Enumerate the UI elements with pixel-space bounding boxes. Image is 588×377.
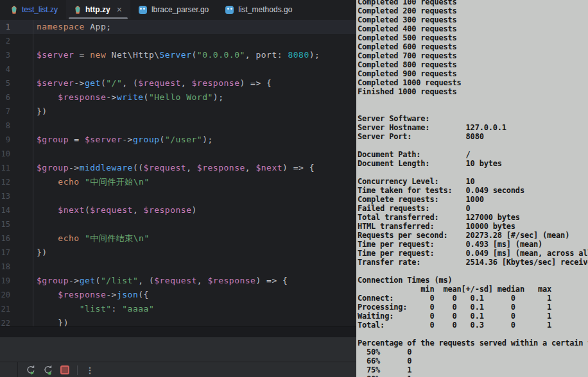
code-line[interactable]: 17}) xyxy=(0,246,356,260)
line-number: 7 xyxy=(0,105,33,119)
code-line[interactable]: 14 $next($request, $response) xyxy=(0,203,356,217)
zy-file-icon xyxy=(11,6,17,14)
tab-list_methods.go[interactable]: list_methods.go xyxy=(217,0,300,19)
code-text: $group->get("/list", ($request, $respons… xyxy=(33,274,288,288)
run-toolbar: ⋮ xyxy=(0,362,356,377)
code-line[interactable]: 13 xyxy=(0,189,356,203)
code-line[interactable]: 5$server->get("/", ($request, $response)… xyxy=(0,76,356,90)
line-number: 13 xyxy=(0,189,33,203)
code-line[interactable]: 4 xyxy=(0,62,356,76)
rerun-attach-icon[interactable] xyxy=(42,365,53,375)
line-number: 15 xyxy=(0,217,33,231)
code-line[interactable]: 2 xyxy=(0,34,356,48)
tab-test_list.zy[interactable]: test_list.zy xyxy=(3,0,66,19)
code-text: $response->json({ xyxy=(33,288,149,302)
code-line[interactable]: 1namespace App; xyxy=(0,20,356,34)
code-line[interactable]: 22 }) xyxy=(0,316,356,326)
code-line[interactable]: 16 echo "中间件结束\n" xyxy=(0,231,356,246)
tab-label: lbrace_parser.go xyxy=(151,5,209,14)
line-number: 3 xyxy=(0,48,33,62)
code-text xyxy=(33,119,37,133)
code-line[interactable]: 7}) xyxy=(0,105,356,119)
tool-window-left-strip xyxy=(0,362,18,377)
line-number: 8 xyxy=(0,119,33,133)
line-number: 9 xyxy=(0,133,33,147)
zy-file-icon xyxy=(74,6,81,14)
rerun-icon[interactable] xyxy=(25,365,35,375)
line-number: 12 xyxy=(0,175,33,189)
code-text: $server = new Net\Http\Server("0.0.0.0",… xyxy=(33,48,320,62)
line-number: 14 xyxy=(0,203,33,217)
line-number: 10 xyxy=(0,147,33,161)
code-text: namespace App; xyxy=(33,20,112,34)
toolbar-separator xyxy=(77,365,78,375)
code-text: echo "中间件开始\n" xyxy=(33,175,150,189)
line-number: 6 xyxy=(0,90,33,105)
code-text xyxy=(33,260,37,274)
code-line[interactable]: 3$server = new Net\Http\Server("0.0.0.0"… xyxy=(0,48,356,62)
code-line[interactable]: 11$group->middleware(($request, $respons… xyxy=(0,161,356,175)
line-number: 17 xyxy=(0,246,33,260)
code-text xyxy=(33,147,37,161)
editor-bottom-strip xyxy=(0,326,356,337)
code-text xyxy=(33,62,37,76)
terminal-window[interactable]: Completed 100 requests Completed 200 req… xyxy=(356,0,588,377)
run-tool-window-header xyxy=(0,337,356,362)
code-text: }) xyxy=(33,246,48,260)
code-text xyxy=(33,217,37,231)
code-line[interactable]: 15 xyxy=(0,217,356,231)
line-number: 19 xyxy=(0,274,33,288)
code-line[interactable]: 12 echo "中间件开始\n" xyxy=(0,175,356,189)
line-number: 4 xyxy=(0,62,33,76)
go-file-icon xyxy=(225,6,234,14)
line-number: 16 xyxy=(0,231,33,246)
code-text: }) xyxy=(33,316,69,326)
code-text xyxy=(33,189,37,203)
go-file-icon xyxy=(139,6,147,14)
tab-label: list_methods.go xyxy=(238,5,292,14)
tab-http.zy[interactable]: http.zy× xyxy=(66,0,130,19)
line-number: 20 xyxy=(0,288,33,302)
close-tab-icon[interactable]: × xyxy=(117,5,122,14)
code-line[interactable]: 21 "list": "aaaa" xyxy=(0,302,356,316)
code-text: "list": "aaaa" xyxy=(33,302,154,316)
line-number: 11 xyxy=(0,161,33,175)
line-number: 22 xyxy=(0,316,33,326)
line-number: 5 xyxy=(0,76,33,90)
more-options-icon[interactable]: ⋮ xyxy=(85,365,95,375)
line-number: 18 xyxy=(0,260,33,274)
tab-label: test_list.zy xyxy=(22,5,58,14)
tab-label: http.zy xyxy=(85,5,110,14)
terminal-output: Completed 100 requests Completed 200 req… xyxy=(356,0,588,377)
code-line[interactable]: 8 xyxy=(0,119,356,133)
code-line[interactable]: 18 xyxy=(0,260,356,274)
ide-window: test_list.zyhttp.zy×lbrace_parser.golist… xyxy=(0,0,356,377)
code-text xyxy=(33,34,37,48)
line-number: 21 xyxy=(0,302,33,316)
code-line[interactable]: 6 $response->write("Hello Word"); xyxy=(0,90,356,105)
line-number: 1 xyxy=(0,20,33,34)
code-text: $server->get("/", ($request, $response) … xyxy=(33,76,272,90)
code-text: $group = $server->group("/user"); xyxy=(33,133,213,147)
line-number: 2 xyxy=(0,34,33,48)
code-line[interactable]: 20 $response->json({ xyxy=(0,288,356,302)
code-text: echo "中间件结束\n" xyxy=(33,231,150,246)
stop-icon[interactable] xyxy=(60,365,70,375)
code-line[interactable]: 9$group = $server->group("/user"); xyxy=(0,133,356,147)
code-text: $next($request, $response) xyxy=(33,203,197,217)
code-text: $group->middleware(($request, $response,… xyxy=(33,161,315,175)
code-text: }) xyxy=(33,105,48,119)
code-line[interactable]: 19$group->get("/list", ($request, $respo… xyxy=(0,274,356,288)
code-editor[interactable]: 1namespace App;23$server = new Net\Http\… xyxy=(0,19,356,326)
code-text: $response->write("Hello Word"); xyxy=(33,90,223,105)
tab-lbrace_parser.go[interactable]: lbrace_parser.go xyxy=(130,0,217,19)
editor-tab-bar: test_list.zyhttp.zy×lbrace_parser.golist… xyxy=(0,0,356,19)
code-line[interactable]: 10 xyxy=(0,147,356,161)
